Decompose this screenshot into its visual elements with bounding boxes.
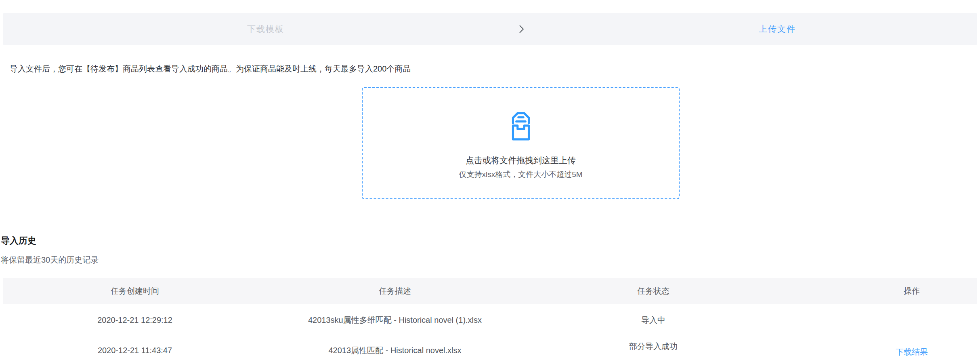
cell-task-status: 部分导入成功 (523, 336, 783, 360)
cell-task-time: 2020-12-21 12:29:12 (3, 304, 267, 336)
import-history-table: 任务创建时间 任务描述 任务状态 操作 2020-12-21 12:29:12 … (3, 278, 977, 360)
header-task-created-time: 任务创建时间 (3, 278, 267, 304)
download-result-link[interactable]: 下载结果 (896, 347, 928, 357)
header-task-description: 任务描述 (267, 278, 523, 304)
step-upload-file[interactable]: 上传文件 (759, 23, 796, 35)
table-row: 2020-12-21 11:43:47 42013属性匹配 - Historic… (3, 336, 977, 360)
table-header-row: 任务创建时间 任务描述 任务状态 操作 (3, 278, 977, 304)
header-operation: 操作 (783, 278, 977, 304)
step-download-template[interactable]: 下载模板 (247, 23, 284, 35)
header-task-status: 任务状态 (523, 278, 783, 304)
cell-task-desc: 42013属性匹配 - Historical novel.xlsx (267, 336, 523, 360)
import-history-title: 导入历史 (1, 235, 36, 246)
history-retention-note: 将保留最近30天的历史记录 (1, 255, 99, 265)
steps-bar: 下载模板 上传文件 (3, 13, 977, 45)
upload-dropzone[interactable]: 点击或将文件拖拽到这里上传 仅支持xlsx格式，文件大小不超过5M (362, 87, 680, 199)
chevron-right-icon (519, 25, 525, 34)
cell-task-action: 下载结果 (783, 336, 977, 360)
upload-hint-primary: 点击或将文件拖拽到这里上传 (363, 155, 679, 166)
cell-task-time: 2020-12-21 11:43:47 (3, 336, 267, 360)
table-row: 2020-12-21 12:29:12 42013sku属性多维匹配 - His… (3, 304, 977, 336)
upload-hint-secondary: 仅支持xlsx格式，文件大小不超过5M (363, 169, 679, 180)
import-instruction: 导入文件后，您可在【待发布】商品列表查看导入成功的商品。为保证商品能及时上线，每… (10, 63, 411, 74)
cell-task-action (783, 304, 977, 336)
cell-task-status: 导入中 (523, 304, 783, 336)
cell-task-desc: 42013sku属性多维匹配 - Historical novel (1).xl… (267, 304, 523, 336)
upload-box-icon (509, 112, 533, 143)
